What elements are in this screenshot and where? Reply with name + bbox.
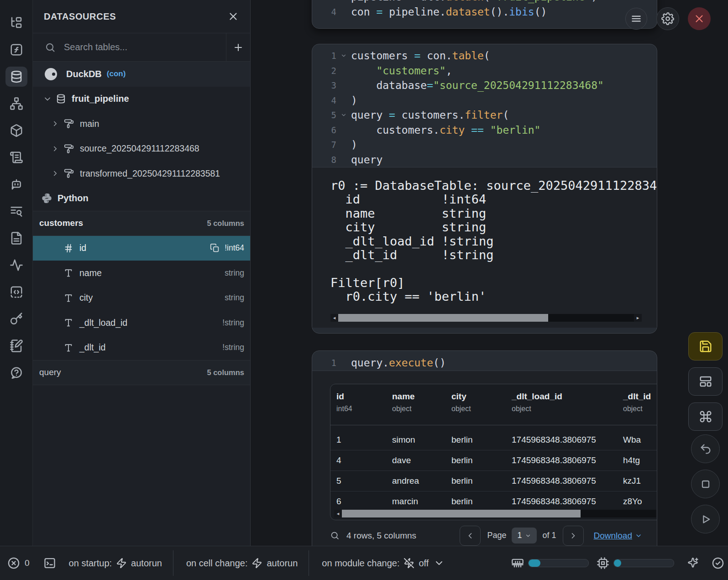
line-number: 3	[312, 80, 336, 90]
search-tables-input[interactable]: Search tables...	[64, 42, 226, 52]
rail-button-help-bubble[interactable]	[5, 363, 27, 383]
tree-item-schema-main[interactable]: main	[33, 111, 250, 136]
close-panel-icon[interactable]	[227, 10, 239, 22]
table-cell: dave	[392, 455, 411, 465]
rail-button-box[interactable]	[5, 120, 27, 141]
scrollbar-thumb[interactable]	[338, 314, 548, 322]
stop-icon	[699, 478, 712, 491]
command-palette-button[interactable]	[688, 402, 723, 431]
header-cell-id[interactable]: idint64	[336, 392, 352, 413]
horizontal-scrollbar[interactable]: ◂ ▸	[334, 510, 657, 517]
table-cell: kzJ1	[623, 476, 641, 486]
hash-icon	[63, 243, 73, 253]
rail-button-activity[interactable]	[5, 255, 27, 275]
code-cell-2[interactable]: 1customers = con.table(2 "customers",3 d…	[312, 44, 657, 334]
column-dtype: object	[392, 405, 415, 413]
table-cell: 1745968348.3806975	[512, 435, 596, 445]
ai-sparkles-icon[interactable]	[686, 557, 699, 570]
code-line: 2 "customers",	[312, 63, 657, 78]
next-page-button[interactable]	[563, 526, 584, 546]
table-cell: berlin	[451, 496, 472, 507]
table-row-customers[interactable]: customers 5 columns	[33, 211, 250, 236]
rail-button-scroll-text[interactable]	[5, 147, 27, 167]
status-on-cell-change[interactable]: on cell change:autorun	[186, 558, 298, 569]
scrollbar-track[interactable]	[338, 314, 634, 322]
scrollbar-thumb[interactable]	[342, 510, 581, 517]
table-row[interactable]: 4daveberlin1745968348.3806975h4tg	[330, 450, 657, 471]
notebook-menu-button[interactable]	[625, 8, 647, 30]
column-row-_dlt_load_id[interactable]: _dlt_load_id!string	[33, 310, 250, 335]
copy-icon[interactable]	[210, 243, 220, 253]
code-cell-3[interactable]: 1query.execute() idint64nameobjectcityob…	[312, 350, 657, 570]
interrupt-button[interactable]	[691, 470, 720, 498]
column-row-city[interactable]: citystring	[33, 286, 250, 311]
layout-button[interactable]	[688, 367, 723, 396]
column-row-name[interactable]: namestring	[33, 261, 250, 286]
tree-item-database[interactable]: fruit_pipeline	[33, 87, 250, 112]
rail-button-key-round[interactable]	[5, 309, 27, 329]
divider	[173, 550, 173, 576]
fold-chevron-icon[interactable]	[336, 112, 351, 118]
save-button[interactable]	[688, 332, 723, 361]
table-row[interactable]: 1simonberlin1745968348.3806975Wba	[330, 430, 657, 450]
table-row[interactable]: 6marcinberlin1745968348.3806975z8Yo	[330, 491, 657, 512]
type-icon	[63, 268, 73, 278]
line-number: 2	[312, 66, 336, 76]
run-button[interactable]	[691, 505, 720, 533]
column-row-_dlt_id[interactable]: _dlt_id!string	[33, 335, 250, 361]
panel-title: DATASOURCES	[44, 11, 227, 22]
rail-button-network[interactable]	[5, 94, 27, 114]
page-select[interactable]: 1	[512, 528, 537, 543]
notebook-pen-icon	[10, 339, 23, 353]
column-row-id[interactable]: id!int64	[33, 236, 250, 261]
code-line: 5query = customers.filter(	[312, 108, 657, 123]
column-count: 5 columns	[207, 219, 244, 228]
prev-page-button[interactable]	[460, 526, 481, 546]
table-cell: 5	[336, 476, 341, 486]
shutdown-button[interactable]	[688, 7, 711, 30]
rail-button-file-text[interactable]	[5, 228, 27, 248]
layout-panel-icon	[699, 375, 712, 388]
add-datasource-button[interactable]	[226, 33, 250, 61]
rail-button-code-square-dashed[interactable]	[5, 282, 27, 302]
save-icon	[699, 340, 712, 353]
rail-button-function-square[interactable]	[5, 40, 27, 60]
rail-button-notebook-pen[interactable]	[5, 336, 27, 356]
rail-button-file-tree[interactable]	[5, 13, 27, 33]
table-row[interactable]: 5andreaberlin1745968348.3806975kzJ1	[330, 471, 657, 491]
scrollbar-track[interactable]	[342, 510, 656, 517]
scroll-left-arrow-icon[interactable]: ◂	[334, 510, 342, 517]
schema-name: source_202504291112283468	[80, 143, 199, 154]
status-on-startup[interactable]: on startup:autorun	[69, 558, 162, 569]
table-search-icon[interactable]	[330, 531, 340, 540]
tree-item-schema-source_202504291112283468[interactable]: source_202504291112283468	[33, 136, 250, 162]
errors-indicator[interactable]: 0	[7, 557, 30, 570]
undo-button[interactable]	[691, 434, 720, 463]
code-line: 6 customers.city == "berlin"	[312, 123, 657, 138]
terminal-icon[interactable]	[43, 557, 56, 570]
header-cell-city[interactable]: cityobject	[451, 392, 471, 413]
header-cell-_dlt_load_id[interactable]: _dlt_load_idobject	[512, 392, 562, 413]
header-cell-_dlt_id[interactable]: _dlt_idobject	[623, 392, 651, 413]
fold-chevron-icon[interactable]	[336, 52, 351, 59]
header-cell-name[interactable]: nameobject	[392, 392, 415, 413]
scroll-right-arrow-icon[interactable]: ▸	[634, 314, 642, 322]
table-footer: 4 rows, 5 columns Page 1 of 1 Download	[330, 526, 657, 546]
scroll-right-arrow-icon[interactable]: ▸	[656, 510, 657, 517]
download-link[interactable]: Download	[594, 531, 643, 541]
settings-button[interactable]	[656, 7, 679, 30]
rail-button-database[interactable]	[5, 67, 27, 87]
code-cell-1[interactable]: pipeline = dlt.attach("fruit_pipeline")4…	[312, 0, 657, 29]
scroll-left-arrow-icon[interactable]: ◂	[330, 314, 338, 322]
connection-row-duckdb[interactable]: DuckDB (con)	[33, 62, 250, 87]
chevron-right-icon	[51, 145, 59, 153]
tree-item-schema-transformed_202504291112283581[interactable]: transformed_202504291112283581	[33, 161, 250, 186]
rail-button-bot[interactable]	[5, 174, 27, 194]
table-row-query[interactable]: query 5 columns	[33, 360, 250, 385]
schema-name: main	[80, 119, 99, 129]
rail-button-text-search[interactable]	[5, 201, 27, 221]
table-cell: h4tg	[623, 455, 640, 465]
status-on-module-change[interactable]: on module change:off	[322, 558, 445, 569]
horizontal-scrollbar[interactable]: ◂ ▸	[330, 314, 642, 322]
tree-item-python[interactable]: Python	[33, 186, 250, 211]
